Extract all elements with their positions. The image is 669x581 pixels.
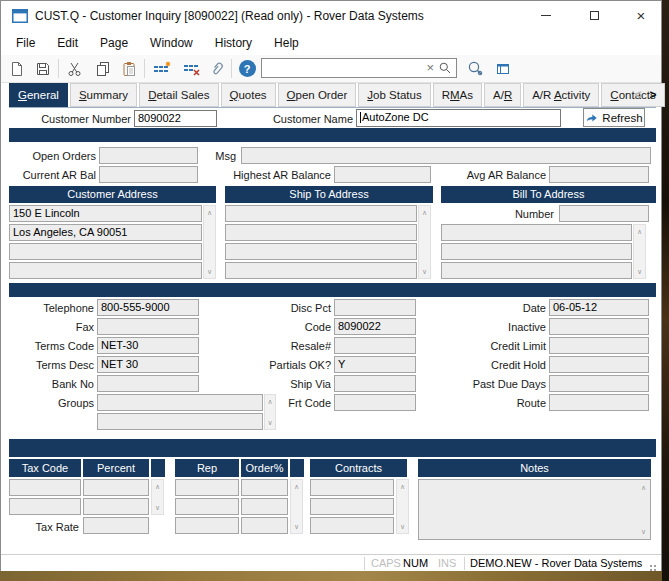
- ship-to-address-line[interactable]: [225, 243, 417, 260]
- refresh-button[interactable]: Refresh: [583, 108, 645, 127]
- tab-ar-activity[interactable]: A/R Activity: [523, 83, 599, 107]
- order-pct-cell[interactable]: [241, 498, 288, 515]
- scroll-down-icon[interactable]: ∨: [634, 267, 645, 276]
- ship-to-address-line[interactable]: [225, 262, 417, 279]
- close-button[interactable]: ×: [620, 1, 662, 30]
- maximize-button[interactable]: [572, 1, 616, 30]
- tab-general[interactable]: General: [9, 83, 68, 107]
- menu-window[interactable]: Window: [139, 31, 204, 55]
- partials-ok-field[interactable]: Y: [334, 356, 416, 373]
- tax-rate-field[interactable]: [83, 517, 149, 534]
- rep-cell[interactable]: [175, 479, 239, 496]
- frt-code-field[interactable]: [334, 394, 416, 411]
- telephone-field[interactable]: 800-555-9000: [97, 299, 199, 316]
- paste-button[interactable]: [117, 57, 141, 80]
- tax-percent-cell[interactable]: [83, 498, 149, 515]
- current-ar-bal-field[interactable]: [99, 166, 198, 183]
- customer-address-scrollbar[interactable]: ∧∨: [203, 205, 216, 279]
- date-field[interactable]: 06-05-12: [549, 299, 649, 316]
- scroll-up-icon[interactable]: ∧: [152, 482, 163, 491]
- contracts-scrollbar[interactable]: ∧∨: [396, 479, 409, 534]
- credit-hold-field[interactable]: [549, 356, 649, 373]
- contract-cell[interactable]: [310, 517, 394, 534]
- menu-history[interactable]: History: [204, 31, 263, 55]
- credit-limit-field[interactable]: [549, 337, 649, 354]
- scroll-down-icon[interactable]: ∨: [152, 503, 163, 512]
- scroll-down-icon[interactable]: ∨: [419, 267, 430, 276]
- tab-scroll-right-icon[interactable]: >: [646, 85, 660, 105]
- new-document-button[interactable]: [5, 57, 29, 80]
- inactive-field[interactable]: [549, 318, 649, 335]
- tax-percent-cell[interactable]: [83, 479, 149, 496]
- scroll-up-icon[interactable]: ∧: [204, 208, 215, 217]
- customer-address-line[interactable]: [9, 262, 202, 279]
- tab-quotes[interactable]: Quotes: [221, 83, 276, 107]
- scroll-down-icon[interactable]: ∨: [291, 522, 302, 531]
- menu-help[interactable]: Help: [263, 31, 310, 55]
- bill-to-address-line[interactable]: [441, 262, 632, 279]
- scroll-up-icon[interactable]: ∧: [397, 482, 408, 491]
- past-due-days-field[interactable]: [549, 375, 649, 392]
- scroll-down-icon[interactable]: ∨: [204, 267, 215, 276]
- delete-row-button[interactable]: [179, 57, 205, 80]
- cut-button[interactable]: [63, 57, 87, 80]
- menu-edit[interactable]: Edit: [46, 31, 89, 55]
- customer-address-line[interactable]: [9, 243, 202, 260]
- avg-ar-balance-field[interactable]: [549, 166, 649, 183]
- resize-grip[interactable]: [654, 565, 656, 567]
- tab-job-status[interactable]: Job Status: [358, 83, 430, 107]
- terms-desc-field[interactable]: NET 30: [97, 356, 199, 373]
- highest-ar-balance-field[interactable]: [334, 166, 431, 183]
- bill-to-number-field[interactable]: [559, 205, 649, 222]
- order-pct-cell[interactable]: [241, 517, 288, 534]
- order-pct-cell[interactable]: [241, 479, 288, 496]
- customer-address-line[interactable]: Los Angeles, CA 90051: [9, 224, 202, 241]
- tax-grid-scrollbar[interactable]: ∧∨: [151, 479, 164, 515]
- tab-ar[interactable]: A/R: [484, 83, 521, 107]
- disc-pct-field[interactable]: [334, 299, 416, 316]
- scroll-up-icon[interactable]: ∧: [634, 227, 645, 236]
- code-field[interactable]: 8090022: [334, 318, 416, 335]
- customer-address-line[interactable]: 150 E Lincoln: [9, 205, 202, 222]
- scroll-up-icon[interactable]: ∧: [641, 483, 646, 492]
- window-layout-button[interactable]: [491, 57, 515, 80]
- insert-row-button[interactable]: [149, 57, 175, 80]
- terms-code-field[interactable]: NET-30: [97, 337, 199, 354]
- ship-to-address-line[interactable]: [225, 205, 417, 222]
- zoom-preview-button[interactable]: [463, 57, 487, 80]
- customer-name-field[interactable]: AutoZone DC: [356, 109, 561, 127]
- tax-code-cell[interactable]: [9, 479, 81, 496]
- rep-cell[interactable]: [175, 498, 239, 515]
- ship-to-address-scrollbar[interactable]: ∧∨: [418, 205, 431, 279]
- help-button[interactable]: ?: [235, 57, 259, 80]
- tab-rmas[interactable]: RMAs: [433, 83, 482, 107]
- bill-to-address-line[interactable]: [441, 224, 632, 241]
- groups-field[interactable]: [97, 413, 263, 430]
- tab-detail-sales[interactable]: Detail Sales: [139, 83, 218, 107]
- tab-open-order[interactable]: Open Order: [278, 83, 357, 107]
- msg-field[interactable]: [241, 147, 651, 164]
- scroll-down-icon[interactable]: ∨: [641, 527, 646, 536]
- customer-number-field[interactable]: 8090022: [134, 110, 217, 127]
- notes-area[interactable]: ∧ ∨: [418, 479, 651, 540]
- ship-to-address-line[interactable]: [225, 224, 417, 241]
- save-button[interactable]: [31, 57, 55, 80]
- tab-summary[interactable]: Summary: [70, 83, 137, 107]
- rep-cell[interactable]: [175, 517, 239, 534]
- resale-field[interactable]: [334, 337, 416, 354]
- scroll-down-icon[interactable]: ∨: [397, 522, 408, 531]
- scroll-up-icon[interactable]: ∧: [291, 482, 302, 491]
- contract-cell[interactable]: [310, 498, 394, 515]
- contract-cell[interactable]: [310, 479, 394, 496]
- scroll-down-icon[interactable]: ∨: [265, 418, 275, 427]
- menu-page[interactable]: Page: [89, 31, 139, 55]
- scroll-up-icon[interactable]: ∧: [419, 208, 430, 217]
- bill-to-address-line[interactable]: [441, 243, 632, 260]
- bank-no-field[interactable]: [97, 375, 199, 392]
- search-input[interactable]: [264, 60, 424, 76]
- minimize-button[interactable]: [524, 1, 568, 30]
- search-icon[interactable]: [438, 61, 452, 75]
- tab-scroll-left-icon[interactable]: <: [631, 85, 645, 105]
- rep-grid-scrollbar[interactable]: ∧∨: [290, 479, 303, 534]
- copy-button[interactable]: [91, 57, 115, 80]
